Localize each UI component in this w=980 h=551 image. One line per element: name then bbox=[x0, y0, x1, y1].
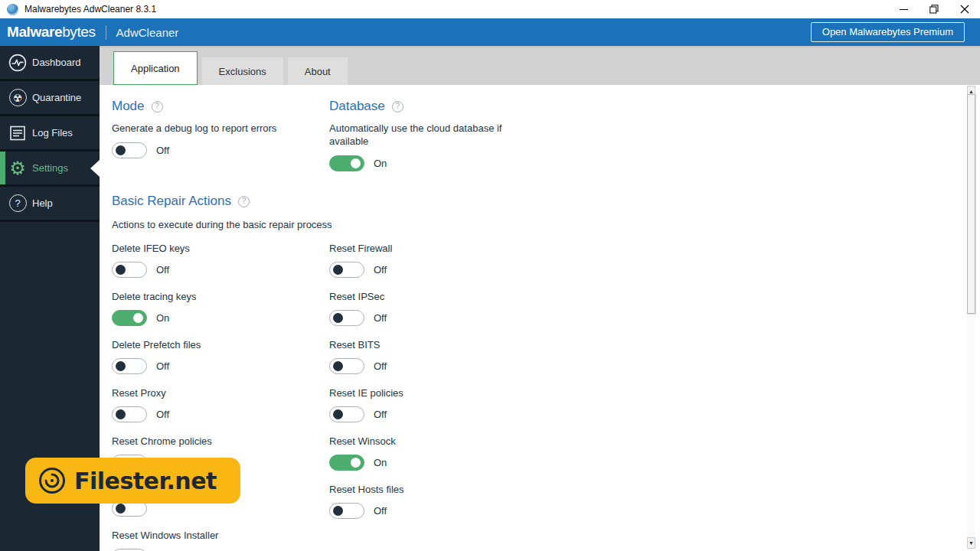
basic-repair-title-text: Basic Repair Actions bbox=[112, 194, 231, 209]
action-state: Off bbox=[374, 360, 387, 372]
tab-strip: Application Exclusions About bbox=[100, 46, 980, 85]
database-title-text: Database bbox=[329, 99, 385, 114]
window-controls bbox=[888, 0, 980, 18]
action-state: Off bbox=[374, 409, 387, 420]
action-state: On bbox=[156, 312, 169, 324]
sidebar-item-help[interactable]: ? Help bbox=[0, 187, 100, 222]
basic-repair-help-icon[interactable]: ? bbox=[238, 196, 250, 207]
action-reset-ie-policies: Reset IE policies Off bbox=[329, 386, 404, 422]
sidebar-item-label: Quarantine bbox=[32, 92, 81, 103]
window-titlebar: Malwarebytes AdwCleaner 8.3.1 bbox=[0, 0, 980, 18]
delete-prefetch-files-toggle[interactable] bbox=[112, 358, 147, 374]
action-state: Off bbox=[156, 264, 169, 276]
debug-log-state: Off bbox=[156, 145, 169, 156]
action-label: Reset IE policies bbox=[329, 386, 404, 399]
action-delete-tracing-keys: Delete tracing keys On bbox=[112, 290, 329, 326]
close-icon bbox=[960, 5, 969, 14]
brand-bold: Malware bbox=[7, 24, 62, 40]
action-reset-firewall: Reset Firewall Off bbox=[329, 242, 404, 278]
delete-tracing-keys-toggle[interactable] bbox=[112, 310, 147, 326]
reset-bits-toggle[interactable] bbox=[329, 358, 364, 374]
sidebar-item-label: Help bbox=[32, 197, 53, 209]
action-label: Reset Chrome policies bbox=[112, 435, 329, 448]
action-state: On bbox=[374, 457, 387, 468]
sidebar-item-quarantine[interactable]: ☢ Quarantine bbox=[0, 81, 100, 116]
database-section: Database ? Automatically use the cloud d… bbox=[329, 99, 574, 171]
header-divider bbox=[106, 25, 106, 40]
action-label: Reset BITS bbox=[329, 338, 404, 351]
watermark-text: Filester.net bbox=[74, 468, 217, 494]
cloud-database-label: Automatically use the cloud database if … bbox=[329, 122, 511, 148]
action-state: Off bbox=[374, 312, 387, 324]
cloud-database-state: On bbox=[374, 158, 387, 169]
reset-proxy-toggle[interactable] bbox=[112, 406, 147, 422]
action-state: Off bbox=[374, 264, 387, 276]
sidebar-item-label: Dashboard bbox=[32, 57, 81, 68]
app-header: Malwarebytes AdwCleaner Open Malwarebyte… bbox=[0, 18, 980, 46]
minimize-icon bbox=[900, 5, 908, 14]
action-state: Off bbox=[156, 409, 169, 420]
action-delete-ifeo-keys: Delete IFEO keys Off bbox=[112, 242, 329, 278]
tab-about[interactable]: About bbox=[288, 57, 348, 85]
scroll-down-button[interactable]: ▼ bbox=[967, 537, 975, 549]
tab-exclusions[interactable]: Exclusions bbox=[202, 57, 283, 85]
repair-actions-right-column: Reset Firewall Off Reset IPSec Off Reset… bbox=[329, 242, 404, 551]
restore-button[interactable] bbox=[919, 0, 949, 18]
action-label: Reset Proxy bbox=[112, 386, 329, 399]
action-label: Reset Hosts files bbox=[329, 483, 404, 496]
up-arrow-icon: ▲ bbox=[969, 89, 974, 94]
minimize-button[interactable] bbox=[888, 0, 919, 18]
sidebar-item-dashboard[interactable]: Dashboard bbox=[0, 46, 100, 81]
action-label: Reset Windows Installer bbox=[112, 529, 329, 542]
brand-light: bytes bbox=[62, 24, 95, 40]
action-delete-prefetch-files: Delete Prefetch files Off bbox=[112, 338, 329, 374]
document-icon bbox=[8, 124, 27, 142]
action-reset-bits: Reset BITS Off bbox=[329, 338, 404, 374]
pulse-icon bbox=[8, 54, 27, 72]
reset-hosts-files-toggle[interactable] bbox=[329, 503, 364, 519]
database-title: Database ? bbox=[329, 99, 574, 114]
reset-winsock-toggle[interactable] bbox=[329, 455, 364, 471]
reset-ipsec-toggle[interactable] bbox=[329, 310, 364, 326]
sidebar-item-settings[interactable]: ⚙ Settings bbox=[0, 152, 100, 187]
action-label: Delete tracing keys bbox=[112, 290, 329, 303]
malwarebytes-logo: Malwarebytes bbox=[7, 24, 96, 41]
reset-ie-policies-toggle[interactable] bbox=[329, 406, 364, 422]
reset-firewall-toggle[interactable] bbox=[329, 262, 364, 278]
radiation-icon: ☢ bbox=[8, 89, 27, 107]
tab-application[interactable]: Application bbox=[113, 51, 198, 85]
product-name: AdwCleaner bbox=[116, 26, 179, 39]
mode-help-icon[interactable]: ? bbox=[152, 101, 163, 112]
delete-ifeo-keys-toggle[interactable] bbox=[112, 262, 147, 278]
sidebar-item-log-files[interactable]: Log Files bbox=[0, 116, 100, 152]
question-icon: ? bbox=[8, 194, 27, 213]
filester-watermark: Filester.net bbox=[25, 458, 240, 504]
action-reset-windows-installer: Reset Windows Installer Off bbox=[112, 529, 329, 551]
action-state: Off bbox=[156, 360, 169, 372]
cloud-database-toggle[interactable] bbox=[329, 155, 364, 171]
action-reset-proxy: Reset Proxy Off bbox=[112, 386, 329, 422]
gear-icon: ⚙ bbox=[8, 159, 27, 178]
restore-icon bbox=[929, 5, 939, 14]
action-state: Off bbox=[374, 505, 387, 517]
action-label: Reset Winsock bbox=[329, 435, 404, 448]
open-premium-button[interactable]: Open Malwarebytes Premium bbox=[811, 22, 965, 42]
action-label: Delete IFEO keys bbox=[112, 242, 329, 255]
mode-title-text: Mode bbox=[112, 99, 145, 114]
vertical-scrollbar: ▲ ▼ bbox=[967, 86, 975, 549]
filester-spiral-icon bbox=[38, 466, 67, 495]
action-label: Reset IPSec bbox=[329, 290, 404, 303]
sidebar-item-label: Log Files bbox=[32, 127, 73, 139]
debug-log-toggle[interactable] bbox=[112, 142, 147, 158]
scrollbar-thumb[interactable] bbox=[967, 94, 975, 314]
mode-title: Mode ? bbox=[112, 99, 329, 114]
mode-section: Mode ? Generate a debug log to report er… bbox=[112, 99, 329, 171]
down-arrow-icon: ▼ bbox=[969, 540, 974, 546]
basic-repair-title: Basic Repair Actions ? bbox=[112, 194, 934, 209]
database-help-icon[interactable]: ? bbox=[392, 101, 403, 112]
basic-repair-subtitle: Actions to execute during the basic repa… bbox=[112, 219, 934, 230]
action-label: Reset Firewall bbox=[329, 242, 404, 255]
action-label: Delete Prefetch files bbox=[112, 338, 329, 351]
window-title: Malwarebytes AdwCleaner 8.3.1 bbox=[24, 4, 156, 15]
close-button[interactable] bbox=[949, 0, 980, 18]
